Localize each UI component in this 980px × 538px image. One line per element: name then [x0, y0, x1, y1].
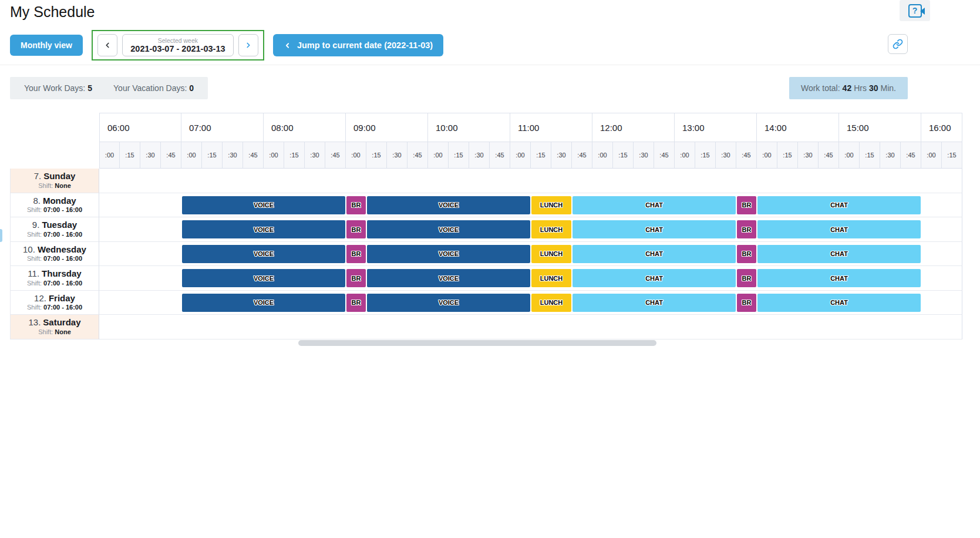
minute-header-cell: :30: [387, 142, 408, 169]
day-timeline: [99, 169, 962, 193]
shift-bar-chat: CHAT: [757, 269, 921, 287]
monthly-view-button[interactable]: Monthly view: [10, 35, 83, 56]
day-title: 8.Monday: [33, 196, 76, 207]
hour-header-cell: 07:00: [181, 113, 264, 142]
minute-header-cell: :45: [819, 142, 839, 169]
left-edge-scroll-indicator: [0, 229, 2, 242]
minute-header-cell: :15: [613, 142, 634, 169]
week-selector-group: Selected week 2021-03-07 - 2021-03-13: [92, 30, 264, 60]
schedule-row: 7.SundayShift:None: [10, 169, 962, 193]
shift-bar-voice: VOICE: [367, 294, 530, 312]
work-days-stat: Your Work Days:5: [24, 83, 92, 93]
minute-header-cell: :15: [120, 142, 140, 169]
next-week-button[interactable]: [238, 34, 258, 56]
day-title: 12.Friday: [34, 293, 75, 304]
minute-header-cell: :00: [264, 142, 284, 169]
selected-week-value: 2021-03-07 - 2021-03-13: [130, 44, 225, 54]
horizontal-scrollbar[interactable]: [298, 340, 656, 346]
minute-header-cell: :15: [695, 142, 716, 169]
schedule-grid: 06:0007:0008:0009:0010:0011:0012:0013:00…: [10, 113, 962, 339]
day-label-cell: 12.FridayShift:07:00 - 16:00: [10, 291, 99, 315]
day-timeline: VOICEBRVOICELUNCHCHATBRCHAT: [99, 217, 962, 242]
day-label-cell: 9.TuesdayShift:07:00 - 16:00: [10, 217, 99, 242]
day-shift-info: Shift:None: [38, 182, 71, 190]
shift-bar-br: BR: [737, 196, 756, 214]
shift-bar-voice: VOICE: [182, 196, 345, 214]
work-days-value: 5: [87, 83, 92, 93]
day-shift-info: Shift:07:00 - 16:00: [27, 304, 82, 312]
day-timeline: VOICEBRVOICELUNCHCHATBRCHAT: [99, 242, 962, 267]
day-shift-info: Shift:07:00 - 16:00: [27, 255, 82, 263]
vacation-days-value: 0: [189, 83, 194, 93]
hour-header-cell: 09:00: [346, 113, 428, 142]
day-label-cell: 11.ThursdayShift:07:00 - 16:00: [10, 266, 99, 291]
previous-week-button[interactable]: [97, 34, 117, 56]
schedule-row: 13.SaturdayShift:None: [10, 315, 962, 339]
shift-bar-br: BR: [737, 269, 756, 287]
minute-header-cell: :00: [839, 142, 860, 169]
schedule-row: 11.ThursdayShift:07:00 - 16:00VOICEBRVOI…: [10, 266, 962, 291]
shift-bar-voice: VOICE: [182, 220, 345, 238]
help-icon-glyph: ?: [912, 6, 918, 15]
shift-bar-chat: CHAT: [572, 294, 736, 312]
minute-header-cell: :15: [942, 142, 962, 169]
schedule-row: 8.MondayShift:07:00 - 16:00VOICEBRVOICEL…: [10, 193, 962, 218]
hour-header-cell: 11:00: [510, 113, 592, 142]
shift-bar-lunch: LUNCH: [531, 269, 571, 287]
help-icon: ?: [908, 4, 922, 18]
minute-header-cell: :45: [325, 142, 346, 169]
hour-header-cell: 14:00: [757, 113, 839, 142]
minute-header-cell: :00: [921, 142, 942, 169]
day-label-cell: 10.WednesdayShift:07:00 - 16:00: [10, 242, 99, 267]
shift-bar-voice: VOICE: [367, 269, 530, 287]
shift-bar-voice: VOICE: [367, 196, 530, 214]
shift-bar-lunch: LUNCH: [531, 294, 571, 312]
hour-header-cell: 12:00: [592, 113, 675, 142]
minute-header-cell: :15: [366, 142, 387, 169]
shift-bar-lunch: LUNCH: [531, 220, 571, 238]
work-total-hours: 42: [843, 83, 852, 93]
shift-bar-voice: VOICE: [182, 294, 345, 312]
minute-header-cell: :15: [860, 142, 880, 169]
minute-header-cell: :00: [592, 142, 613, 169]
minute-header-cell: :45: [654, 142, 675, 169]
day-timeline: VOICEBRVOICELUNCHCHATBRCHAT: [99, 291, 962, 315]
minute-header-cell: :45: [243, 142, 264, 169]
minute-header-cell: :00: [428, 142, 449, 169]
shift-bar-lunch: LUNCH: [531, 245, 571, 263]
stats-bar: Your Work Days:5 Your Vacation Days:0: [10, 77, 208, 99]
shift-bar-br: BR: [346, 245, 366, 263]
minute-header-cell: :30: [223, 142, 243, 169]
copy-link-button[interactable]: [888, 34, 908, 54]
shift-bar-voice: VOICE: [367, 220, 530, 238]
hour-header-cell: 15:00: [839, 113, 921, 142]
minute-header-cell: :45: [736, 142, 757, 169]
hour-header-cell: 08:00: [264, 113, 346, 142]
minute-header-cell: :15: [777, 142, 798, 169]
hour-header-cell: 06:00: [99, 113, 181, 142]
minute-header-cell: :45: [901, 142, 921, 169]
minute-header-cell: :30: [634, 142, 654, 169]
work-total-minutes: 30: [869, 83, 878, 93]
minute-header-cell: :15: [531, 142, 551, 169]
minute-header-row: :00:15:30:45:00:15:30:45:00:15:30:45:00:…: [10, 142, 962, 169]
minute-header-cell: :45: [490, 142, 510, 169]
toolbar: Monthly view Selected week 2021-03-07 - …: [10, 31, 443, 59]
minute-header-cell: :00: [757, 142, 777, 169]
minute-header-cell: :00: [99, 142, 120, 169]
day-timeline: VOICEBRVOICELUNCHCHATBRCHAT: [99, 266, 962, 291]
selected-week-display[interactable]: Selected week 2021-03-07 - 2021-03-13: [122, 34, 234, 56]
minute-header-cell: :30: [880, 142, 901, 169]
minute-header-cell: :30: [305, 142, 325, 169]
minute-header-cell: :00: [510, 142, 531, 169]
hour-header-row: 06:0007:0008:0009:0010:0011:0012:0013:00…: [10, 113, 962, 142]
shift-bar-br: BR: [346, 294, 366, 312]
jump-to-current-date-button[interactable]: Jump to current date (2022-11-03): [273, 34, 443, 56]
work-total-badge: Work total: 42 Hrs 30 Min.: [789, 77, 908, 99]
minute-header-cell: :00: [346, 142, 366, 169]
shift-bar-chat: CHAT: [757, 220, 921, 238]
help-button[interactable]: ?: [900, 0, 930, 21]
shift-bar-chat: CHAT: [757, 294, 921, 312]
minute-header-cell: :30: [716, 142, 736, 169]
shift-bar-lunch: LUNCH: [531, 196, 571, 214]
